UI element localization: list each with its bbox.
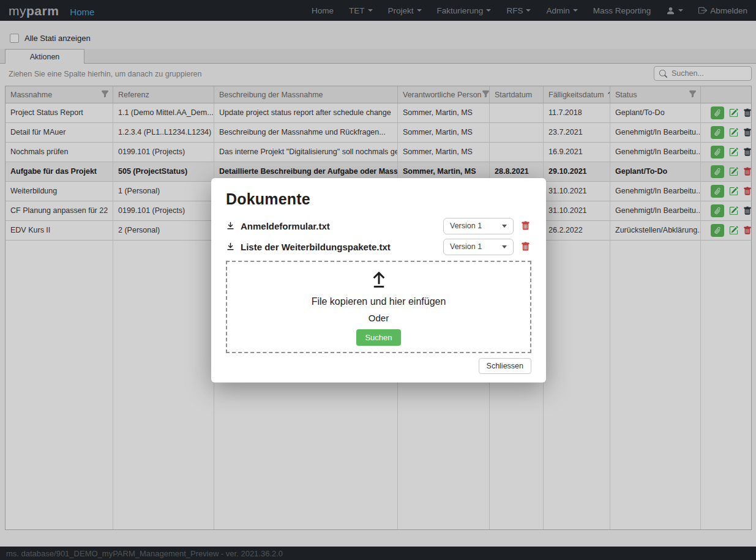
chevron-down-icon	[502, 245, 507, 248]
documents-modal: Dokumente Anmeldeformular.txt Version 1 …	[211, 178, 546, 383]
document-row: Anmeldeformular.txt Version 1	[226, 215, 531, 236]
document-name[interactable]: Anmeldeformular.txt	[241, 221, 443, 231]
document-name[interactable]: Liste der Weiterbildungspakete.txt	[241, 242, 443, 252]
document-list: Anmeldeformular.txt Version 1 Liste der …	[226, 215, 531, 257]
delete-document-icon[interactable]	[521, 242, 530, 252]
version-select-value: Version 1	[450, 222, 502, 230]
close-button[interactable]: Schliessen	[479, 358, 531, 374]
dropzone-instruction: File kopieren und hier einfügen	[312, 296, 446, 307]
version-select[interactable]: Version 1	[443, 218, 514, 234]
delete-document-icon[interactable]	[521, 221, 530, 231]
version-select[interactable]: Version 1	[443, 239, 514, 255]
application-window: myparm Home HomeTETProjektFakturierungRF…	[0, 0, 756, 560]
file-dropzone[interactable]: File kopieren und hier einfügen Oder Suc…	[226, 261, 531, 353]
download-icon[interactable]	[226, 242, 235, 252]
modal-title: Dokumente	[226, 190, 531, 208]
browse-button[interactable]: Suchen	[356, 329, 400, 346]
dropzone-separator: Oder	[369, 313, 389, 323]
download-icon[interactable]	[226, 221, 235, 231]
modal-footer: Schliessen	[226, 358, 531, 374]
document-row: Liste der Weiterbildungspakete.txt Versi…	[226, 236, 531, 257]
version-select-value: Version 1	[450, 242, 502, 251]
upload-icon	[368, 268, 390, 293]
chevron-down-icon	[502, 225, 507, 228]
